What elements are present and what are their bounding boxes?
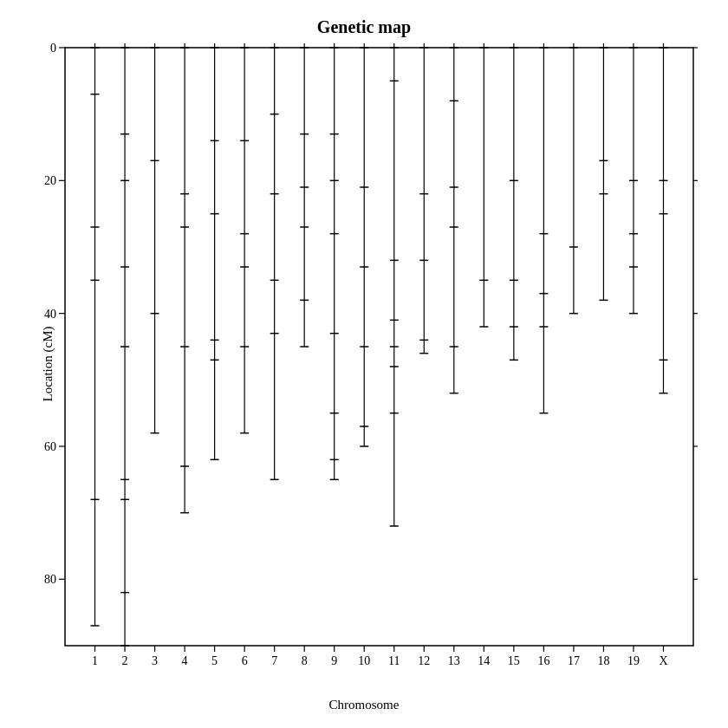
chart-container: Genetic map Location (cM) Chromosome 020… <box>0 0 728 728</box>
svg-text:20: 20 <box>44 174 56 187</box>
svg-rect-0 <box>65 48 693 646</box>
svg-text:12: 12 <box>418 654 430 667</box>
svg-text:1: 1 <box>92 654 98 667</box>
svg-text:80: 80 <box>44 573 56 586</box>
svg-text:2: 2 <box>122 654 128 667</box>
svg-text:17: 17 <box>568 654 580 667</box>
svg-text:3: 3 <box>152 654 158 667</box>
svg-text:19: 19 <box>627 654 640 667</box>
chart-svg: 02040608012345678910111213141516171819X <box>0 0 728 728</box>
svg-text:11: 11 <box>388 654 400 667</box>
svg-text:18: 18 <box>597 654 609 667</box>
svg-text:60: 60 <box>44 440 56 453</box>
svg-text:7: 7 <box>271 654 277 667</box>
svg-text:5: 5 <box>211 654 218 667</box>
svg-text:15: 15 <box>508 654 520 667</box>
svg-text:6: 6 <box>242 654 248 667</box>
svg-text:13: 13 <box>448 654 460 667</box>
svg-text:14: 14 <box>478 654 490 667</box>
svg-text:8: 8 <box>302 654 308 667</box>
svg-text:10: 10 <box>358 654 370 667</box>
svg-text:0: 0 <box>50 42 56 55</box>
svg-text:16: 16 <box>537 654 549 667</box>
svg-text:40: 40 <box>44 308 56 321</box>
svg-text:9: 9 <box>331 654 337 667</box>
svg-text:4: 4 <box>182 654 188 667</box>
svg-text:X: X <box>659 654 667 667</box>
